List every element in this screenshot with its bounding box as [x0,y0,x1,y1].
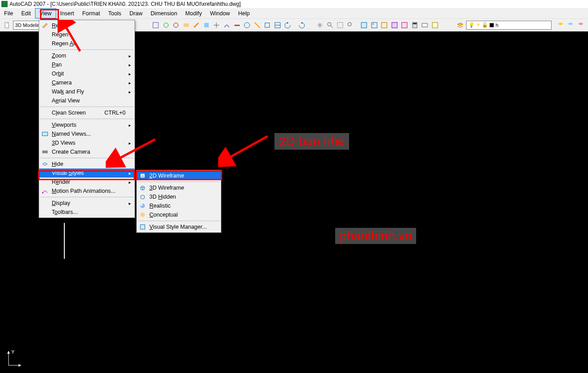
lock-icon: 🔓 [482,22,488,28]
menu-hide[interactable]: Hide [39,160,135,169]
pan-icon[interactable] [315,20,325,30]
toolbar-icon[interactable] [431,20,440,30]
tool-icon[interactable] [192,20,201,30]
tool-icon[interactable] [252,20,262,30]
tool-icon[interactable] [182,20,191,30]
menu-pan[interactable]: Pan▸ [39,60,135,69]
svg-point-3 [174,23,178,27]
menu-modify[interactable]: Modify [181,8,206,18]
svg-rect-17 [402,22,407,28]
tool-icon[interactable] [263,20,272,30]
menu-named-views[interactable]: Named Views... [39,129,135,138]
color-swatch [489,23,494,27]
menu-file[interactable]: File [0,8,17,18]
tool-icon[interactable] [232,20,242,30]
svg-rect-8 [265,23,269,27]
dcenter-icon[interactable] [369,20,379,30]
tool-icon[interactable] [202,20,211,30]
menu-view[interactable]: View [35,8,56,18]
watermark-text: phanthinh.vn [335,228,416,244]
svg-rect-21 [432,22,438,28]
menu-visual-styles[interactable]: Visual Styles▸ [39,169,135,178]
menu-3d-wireframe[interactable]: 3D Wireframe [137,183,221,192]
menu-toolbars[interactable]: Toolbars... [39,208,135,217]
qnew-icon[interactable] [3,20,12,30]
menu-help[interactable]: Help [234,8,254,18]
svg-rect-4 [184,23,189,27]
svg-rect-13 [372,22,377,28]
svg-point-7 [244,22,250,28]
svg-rect-14 [373,23,374,25]
svg-rect-6 [234,25,240,26]
menu-2d-wireframe[interactable]: A2D Wireframe [137,171,221,180]
menu-clean-screen[interactable]: Clean ScreenCTRL+0 [39,108,135,117]
menu-vs-manager[interactable]: Visual Style Manager... [137,222,221,231]
tool-icon[interactable] [273,20,283,30]
zoom-icon[interactable] [325,20,335,30]
app-icon [1,1,8,7]
menu-insert[interactable]: Insert [56,8,78,18]
annotation-text: 2D bạn nhé [274,133,349,150]
view-menu-dropdown: Redraw Regen Regen All Zoom▸ Pan▸ Orbit▸… [39,20,135,218]
svg-rect-5 [204,23,209,27]
svg-point-11 [348,22,351,26]
zoom-prev-icon[interactable] [346,20,355,30]
sun-icon: ☀ [476,22,480,28]
layer-icon[interactable] [556,20,565,30]
menu-render[interactable]: Render▸ [39,178,135,186]
layer-icon[interactable] [576,20,585,30]
menu-realistic[interactable]: Realistic [137,201,221,210]
markup-icon[interactable] [400,20,409,30]
layerprops-icon[interactable] [456,20,465,30]
svg-rect-16 [392,22,397,28]
menu-redraw[interactable]: Redraw [39,21,135,30]
menu-aerial[interactable]: Aerial View [39,96,135,105]
menu-viewports[interactable]: Viewports▸ [39,120,135,129]
crosshair [64,223,65,259]
tool-icon[interactable] [151,20,161,30]
svg-rect-23 [42,151,46,153]
svg-point-2 [164,23,168,27]
menu-regen[interactable]: Regen [39,30,135,39]
svg-rect-1 [153,22,158,28]
tool-icon[interactable] [171,20,181,30]
layer-icon[interactable] [566,20,575,30]
calc-icon[interactable] [410,20,420,30]
menu-zoom[interactable]: Zoom▸ [39,51,135,60]
zoom-window-icon[interactable] [336,20,345,30]
toolpalette-icon[interactable] [380,20,389,30]
layer-name: h [496,22,498,28]
menu-draw[interactable]: Draw [126,8,147,18]
menu-regen-all[interactable]: Regen All [39,39,135,48]
svg-point-28 [141,204,143,206]
toolbar-icon[interactable] [420,20,430,30]
tool-icon[interactable] [242,20,252,30]
menu-orbit[interactable]: Orbit▸ [39,69,135,78]
menu-3d-views[interactable]: 3D Views▸ [39,138,135,147]
menu-dimension[interactable]: Dimension [147,8,181,18]
properties-icon[interactable] [359,20,369,30]
layer-dropdown[interactable]: 💡 ☀ 🔓 h [466,21,552,30]
svg-rect-19 [413,23,417,24]
tool-icon[interactable] [222,20,232,30]
menu-create-camera[interactable]: Create Camera [39,147,135,156]
menu-conceptual[interactable]: Conceptual [137,210,221,219]
redo-icon[interactable] [297,20,307,30]
menu-display[interactable]: Display▸ [39,199,135,208]
menu-edit[interactable]: Edit [17,8,35,18]
svg-point-27 [140,204,145,208]
sheetset-icon[interactable] [390,20,399,30]
undo-icon[interactable] [283,20,292,30]
menu-motion-path[interactable]: Motion Path Animations... [39,186,135,195]
menu-tools[interactable]: Tools [104,8,125,18]
menu-walk-fly[interactable]: Walk and Fly▸ [39,87,135,96]
svg-rect-15 [382,22,387,28]
menu-camera[interactable]: Camera▸ [39,78,135,87]
tool-icon[interactable] [212,20,221,30]
menu-window[interactable]: Window [206,8,234,18]
tool-icon[interactable] [161,20,171,30]
ucs-icon: Y [1,347,24,372]
menu-format[interactable]: Format [78,8,104,18]
svg-point-24 [42,192,44,194]
menu-3d-hidden[interactable]: 3D Hidden [137,192,221,201]
